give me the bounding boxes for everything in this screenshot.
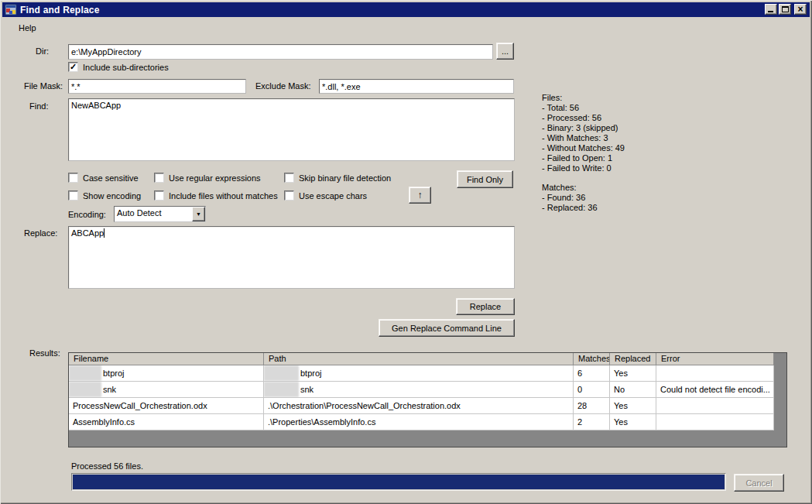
case-sensitive-checkbox[interactable]: Case sensitive [68,173,139,183]
column-header-error[interactable]: Error [656,353,774,365]
header-filler [774,353,786,365]
replace-text: ABCApp [71,228,104,238]
redaction-blur [264,365,299,381]
matches-stats: Matches: - Found: 36 - Replaced: 36 [542,183,598,213]
encoding-select[interactable]: Auto Detect ▼ [114,206,206,222]
use-regular-expressions-checkbox[interactable]: Use regular expressions [154,173,261,183]
text-caret [104,228,104,238]
use-escape-chars-checkbox[interactable]: Use escape chars [284,190,367,201]
checkbox-check-icon: ✓ [68,62,78,72]
table-row[interactable]: btproj btproj 6 Yes [69,365,786,382]
find-textarea[interactable]: NewABCApp [68,98,515,161]
skip-binary-file-detection-checkbox[interactable]: Skip binary file detection [284,173,391,183]
exclude-mask-input[interactable] [319,79,514,94]
app-icon[interactable] [5,4,17,15]
encoding-value: Auto Detect [115,207,192,221]
redaction-blur [69,365,101,381]
files-stats: Files: - Total: 56 - Processed: 56 - Bin… [542,93,625,173]
column-header-filename[interactable]: Filename [69,353,264,365]
cancel-button[interactable]: Cancel [734,474,784,492]
include-files-without-matches-checkbox[interactable]: Include files without matches [154,190,278,201]
encoding-label: Encoding: [68,210,106,219]
chevron-down-icon[interactable]: ▼ [192,207,205,221]
checkbox-label: Include sub-directories [83,63,169,72]
file-mask-label: File Mask: [24,81,63,91]
find-text: NewABCApp [71,101,121,110]
find-and-replace-window: Find and Replace × Help Dir: ... ✓ Inclu… [0,0,812,504]
table-row[interactable]: snk snk 0 No Could not detect file encod… [69,382,786,398]
minimize-button[interactable] [765,4,777,15]
exclude-mask-label: Exclude Mask: [255,81,311,91]
maximize-icon [782,6,789,12]
gen-replace-command-line-button[interactable]: Gen Replace Command Line [379,319,515,337]
browse-button[interactable]: ... [496,43,514,60]
include-subdirectories-checkbox[interactable]: ✓ Include sub-directories [68,62,169,72]
results-grid: Filename Path Matches Replaced Error btp… [68,352,787,447]
find-only-button[interactable]: Find Only [457,170,513,188]
dir-label: Dir: [36,46,49,56]
table-row[interactable]: ProcessNewCall_Orchestration.odx .\Orche… [69,398,786,414]
results-header-row: Filename Path Matches Replaced Error [69,353,786,365]
column-header-replaced[interactable]: Replaced [610,353,656,365]
dir-input[interactable] [68,44,493,60]
close-icon: × [795,5,806,14]
window-title: Find and Replace [20,5,100,15]
file-mask-input[interactable] [68,79,246,94]
replace-textarea[interactable]: ABCApp [68,226,515,289]
status-text: Processed 56 files. [71,461,143,471]
column-header-matches[interactable]: Matches [574,353,610,365]
title-bar[interactable]: Find and Replace × [2,2,810,17]
find-label: Find: [29,101,48,111]
replace-button[interactable]: Replace [456,298,515,315]
redaction-blur [264,382,299,397]
progress-fill [73,475,725,489]
column-header-path[interactable]: Path [264,353,574,365]
close-button[interactable]: × [794,4,807,15]
replace-label: Replace: [24,228,57,238]
table-row[interactable]: AssemblyInfo.cs .\Properties\AssemblyInf… [69,414,786,430]
menu-help[interactable]: Help [15,22,39,33]
minimize-icon [768,11,773,12]
move-up-button[interactable]: ↑ [409,187,431,204]
progress-bar [71,473,726,491]
show-encoding-checkbox[interactable]: Show encoding [68,190,141,201]
redaction-blur [69,382,101,397]
results-label: Results: [29,348,60,358]
maximize-button[interactable] [779,4,791,15]
